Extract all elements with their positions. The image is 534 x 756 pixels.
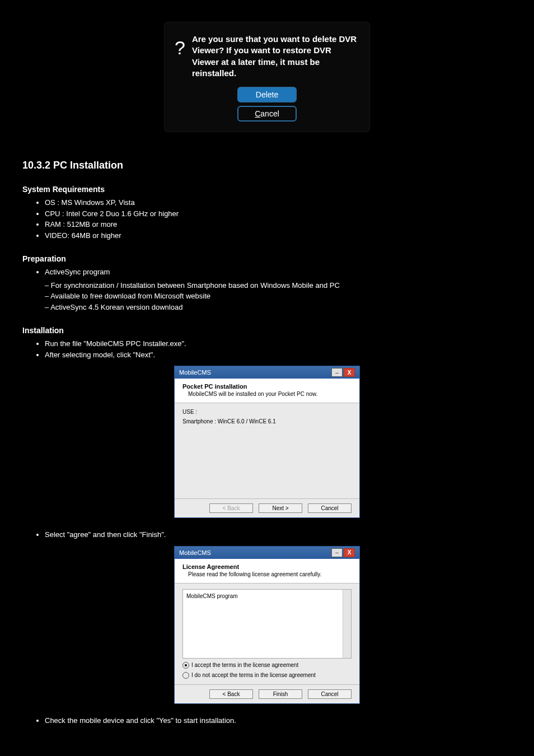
mobile-confirm-dialog: ? Are you sure that you want to delete D… (165, 22, 369, 132)
list-item: VIDEO: 64MB or higher (45, 230, 512, 241)
list-item: Check the mobile device and click "Yes" … (45, 715, 512, 726)
window-title: MobileCMS (179, 549, 211, 556)
scrollbar[interactable] (343, 590, 351, 658)
cancel-button[interactable]: Cancel (237, 106, 297, 122)
next-button[interactable]: Next > (259, 503, 302, 513)
wizard-subheading: Please read the following license agreem… (188, 571, 352, 577)
install-heading: Installation (22, 326, 512, 335)
list-item: CPU : Intel Core 2 Duo 1.6 GHz or higher (45, 208, 512, 220)
close-button[interactable]: X (344, 548, 355, 557)
installer-wizard-license: MobileCMS – X License Agreement Please r… (174, 546, 360, 704)
wizard-subheading: MobileCMS will be installed on your Pock… (188, 391, 352, 397)
question-icon: ? (175, 34, 185, 59)
body-text: Smartphone : WinCE 6.0 / WinCE 6.1 (182, 418, 352, 424)
wizard-heading: Pocket PC installation (182, 383, 352, 390)
delete-button[interactable]: Delete (237, 87, 297, 102)
list-item: After selecting model, click "Next". (45, 349, 512, 361)
window-title: MobileCMS (179, 369, 211, 376)
list-item: ActiveSync program (45, 267, 512, 278)
wizard-heading: License Agreement (182, 563, 352, 570)
sysreq-list: OS : MS Windows XP, Vista CPU : Intel Co… (45, 197, 512, 241)
sysreq-heading: System Requirements (22, 185, 512, 194)
close-button[interactable]: X (344, 368, 355, 377)
list-item: Select "agree" and then click "Finish". (45, 529, 512, 540)
list-item: For synchronization / Installation betwe… (45, 280, 512, 291)
radio-label: I do not accept the terms in the license… (191, 672, 316, 678)
decline-radio-row[interactable]: I do not accept the terms in the license… (182, 672, 352, 679)
minimize-button[interactable]: – (331, 548, 343, 557)
list-item: Run the file "MobileCMS PPC Installer.ex… (45, 338, 512, 349)
radio-decline[interactable] (182, 672, 189, 679)
body-text: USE : (182, 409, 352, 415)
accept-radio-row[interactable]: I accept the terms in the license agreem… (182, 662, 352, 669)
cancel-accel: C (255, 109, 260, 118)
list-item: OS : MS Windows XP, Vista (45, 197, 512, 208)
license-text: MobileCMS program (186, 593, 238, 599)
list-item: ActiveSync 4.5 Korean version download (45, 302, 512, 313)
back-button: < Back (209, 503, 253, 513)
prep-heading: Preparation (22, 254, 512, 263)
dialog-message: Are you sure that you want to delete DVR… (192, 34, 359, 79)
back-button[interactable]: < Back (209, 689, 253, 699)
cancel-button[interactable]: Cancel (308, 503, 352, 513)
installer-wizard-step1: MobileCMS – X Pocket PC installation Mob… (174, 366, 360, 518)
prep-sublist: For synchronization / Installation betwe… (45, 280, 512, 313)
radio-accept[interactable] (182, 662, 189, 669)
list-item: RAM : 512MB or more (45, 219, 512, 230)
cancel-rest: ancel (260, 109, 279, 118)
cancel-button[interactable]: Cancel (308, 689, 352, 699)
minimize-button[interactable]: – (331, 368, 343, 377)
license-textarea[interactable]: MobileCMS program (182, 589, 352, 659)
section-heading: 10.3.2 PC Installation (22, 160, 512, 171)
radio-label: I accept the terms in the license agreem… (191, 662, 298, 668)
list-item: Available to free download from Microsof… (45, 291, 512, 302)
finish-button[interactable]: Finish (259, 689, 302, 699)
